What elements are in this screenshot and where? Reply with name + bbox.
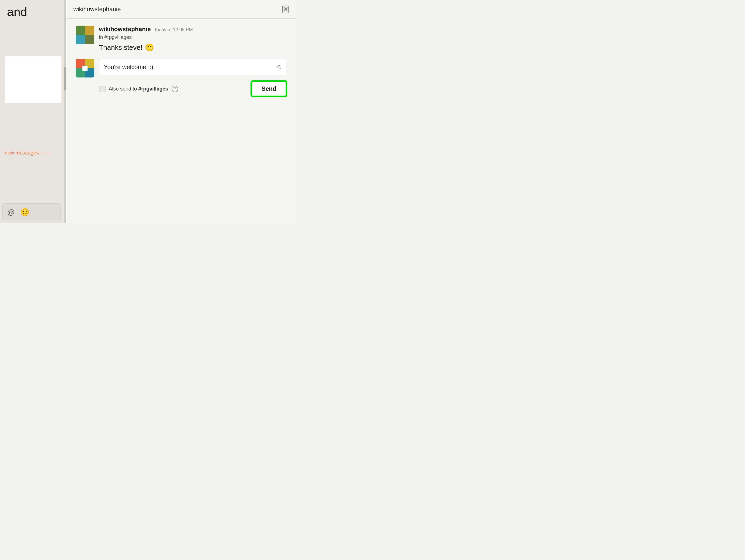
close-button[interactable]: ✕ [282,6,289,13]
emoji-icon[interactable]: 🙂 [20,208,30,217]
reply-avatar-r1 [76,59,85,68]
also-send-wrapper: Also send to #rpgvillages ? [99,85,178,92]
reply-avatar [76,59,94,77]
sidebar: and new messages @ 🙂 [0,0,66,223]
message-body: Thanks steve! 🙂 [99,43,286,52]
dm-header: wikihowstephanie ✕ [66,0,296,19]
avatar-white-square [83,66,88,71]
message-content: wikihowstephanie Today at 12:05 PM in #r… [99,26,286,52]
options-row: Also send to #rpgvillages ? Send [76,81,286,96]
at-icon[interactable]: @ [7,208,15,217]
sidebar-bottom-bar: @ 🙂 [2,203,61,221]
reply-row: ☺ [76,59,286,77]
new-messages-label: new messages [5,150,39,156]
message-emoji: 🙂 [145,43,154,52]
help-icon[interactable]: ? [171,85,178,92]
reply-avatar-r2 [85,59,94,68]
reply-avatar-r3 [76,68,85,77]
reply-input[interactable] [99,59,286,75]
reply-avatar-r4 [85,68,94,77]
incoming-message: wikihowstephanie Today at 12:05 PM in #r… [76,26,286,52]
new-messages-indicator: new messages [0,147,66,158]
sidebar-scrollbar[interactable] [64,0,66,223]
avatar-q1 [76,26,85,35]
message-username: wikihowstephanie [99,26,151,33]
emoji-picker-button[interactable]: ☺ [276,63,283,71]
scrollbar-thumb[interactable] [64,67,66,90]
send-button[interactable]: Send [252,81,286,96]
also-send-checkbox[interactable] [99,85,105,92]
conversation-title: wikihowstephanie [73,6,121,13]
avatar-q4 [85,35,94,44]
sidebar-card [5,56,61,103]
avatar-q3 [76,35,85,44]
message-text-content: Thanks steve! [99,43,142,51]
message-timestamp: Today at 12:05 PM [154,27,193,32]
message-channel: in #rpgvillages [99,34,286,40]
also-send-text: Also send to #rpgvillages [109,86,168,92]
sidebar-partial-text: and [0,0,66,24]
message-area: wikihowstephanie Today at 12:05 PM in #r… [66,19,296,103]
message-header: wikihowstephanie Today at 12:05 PM [99,26,286,33]
reply-input-wrapper: ☺ [99,59,286,75]
new-messages-dash [42,153,51,153]
main-panel: wikihowstephanie ✕ wikihowstephanie Toda… [66,0,296,223]
sender-avatar [76,26,94,44]
avatar-q2 [85,26,94,35]
